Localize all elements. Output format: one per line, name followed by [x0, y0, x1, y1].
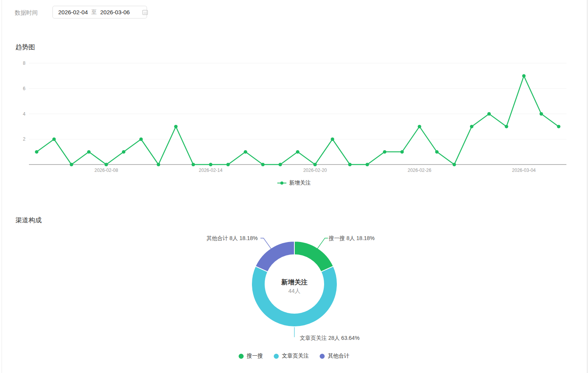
trend-data-point[interactable] — [105, 163, 108, 166]
legend-label-search: 搜一搜 — [247, 353, 263, 360]
trend-data-point[interactable] — [261, 163, 265, 166]
trend-data-point[interactable] — [505, 125, 508, 128]
trend-data-point[interactable] — [487, 112, 491, 116]
trend-line-chart[interactable]: 24682026-02-082026-02-142026-02-202026-0… — [0, 57, 588, 178]
x-axis-tick-label: 2026-02-08 — [95, 168, 118, 173]
trend-data-point[interactable] — [331, 138, 334, 141]
trend-section-title: 趋势图 — [15, 43, 35, 52]
x-axis-tick-label: 2026-02-14 — [199, 168, 223, 173]
pie-label-other: 其他合计 8人 18.18% — [206, 234, 258, 242]
trend-data-point[interactable] — [191, 163, 195, 166]
line-series-legend-icon — [277, 180, 287, 186]
trend-data-point[interactable] — [174, 125, 177, 128]
trend-data-point[interactable] — [383, 150, 387, 154]
x-axis-tick-label: 2026-03-04 — [512, 168, 536, 173]
trend-data-point[interactable] — [522, 74, 525, 77]
trend-data-point[interactable] — [453, 163, 456, 166]
trend-data-point[interactable] — [226, 163, 230, 166]
end-date-value[interactable]: 2026-03-06 — [100, 9, 130, 15]
pie-slice-2[interactable] — [255, 241, 294, 272]
pie-label-article: 文章页关注 28人 63.64% — [300, 334, 360, 342]
pie-leader-line-2 — [260, 238, 271, 249]
trend-data-point[interactable] — [557, 125, 561, 128]
legend-label-article: 文章页关注 — [282, 353, 309, 360]
trend-data-point[interactable] — [539, 112, 543, 116]
trend-data-point[interactable] — [70, 163, 73, 166]
legend-item-other[interactable]: 其他合计 — [320, 353, 350, 360]
trend-data-point[interactable] — [52, 138, 56, 141]
trend-data-point[interactable] — [400, 150, 404, 154]
x-axis-tick-label: 2026-02-26 — [408, 168, 432, 173]
trend-legend-label: 新增关注 — [289, 180, 311, 186]
y-axis-tick-label: 8 — [23, 60, 25, 66]
trend-data-point[interactable] — [209, 163, 213, 166]
data-time-label: 数据时间 — [15, 9, 38, 17]
trend-data-point[interactable] — [157, 163, 160, 166]
trend-data-point[interactable] — [313, 163, 317, 166]
legend-dot-other — [320, 354, 325, 359]
pie-center-title: 新增关注 — [244, 278, 345, 287]
pie-slice-0[interactable] — [294, 241, 333, 272]
trend-legend-item[interactable]: 新增关注 — [277, 180, 311, 186]
channel-legend: 搜一搜 文章页关注 其他合计 — [239, 353, 350, 360]
trend-data-point[interactable] — [244, 150, 247, 154]
legend-item-search[interactable]: 搜一搜 — [239, 353, 263, 360]
legend-label-other: 其他合计 — [328, 353, 350, 360]
y-axis-tick-label: 6 — [23, 86, 25, 91]
pie-label-search: 搜一搜 8人 18.18% — [329, 234, 375, 242]
legend-item-article[interactable]: 文章页关注 — [274, 353, 309, 360]
pie-center-value: 44人 — [244, 287, 345, 295]
trend-data-point[interactable] — [279, 163, 282, 166]
pie-leader-line-0 — [317, 238, 328, 249]
trend-data-point[interactable] — [418, 125, 421, 128]
legend-dot-search — [239, 354, 244, 359]
trend-data-point[interactable] — [139, 138, 143, 141]
date-to-separator: 至 — [91, 9, 97, 16]
trend-data-point[interactable] — [296, 150, 299, 154]
date-range-picker[interactable]: 2026-02-04 至 2026-03-06 — [52, 6, 147, 18]
trend-data-point[interactable] — [470, 125, 473, 128]
pie-slice-1[interactable] — [252, 266, 337, 327]
x-axis-tick-label: 2026-02-20 — [303, 168, 327, 173]
trend-data-point[interactable] — [365, 163, 369, 166]
trend-data-point[interactable] — [348, 163, 351, 166]
start-date-value[interactable]: 2026-02-04 — [58, 9, 88, 15]
trend-data-point[interactable] — [87, 150, 91, 154]
y-axis-tick-label: 2 — [23, 136, 25, 142]
trend-data-point[interactable] — [122, 150, 125, 154]
y-axis-tick-label: 4 — [23, 111, 25, 117]
trend-data-point[interactable] — [435, 150, 439, 154]
legend-dot-article — [274, 354, 279, 359]
trend-data-point[interactable] — [35, 150, 39, 154]
